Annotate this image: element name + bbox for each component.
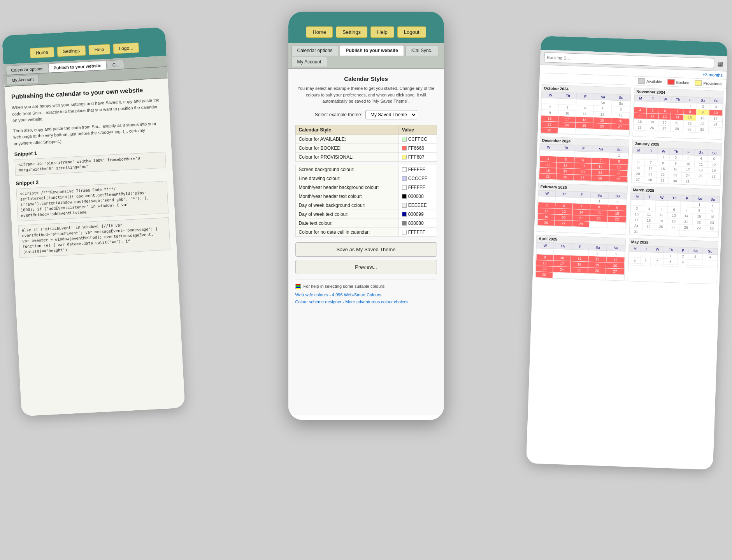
cal-cell[interactable]: 19 bbox=[537, 214, 555, 220]
cal-cell[interactable]: 20 bbox=[574, 169, 592, 175]
cal-cell[interactable] bbox=[571, 250, 589, 256]
cal-cell[interactable] bbox=[641, 264, 651, 266]
cal-cell[interactable]: 19 bbox=[588, 262, 606, 268]
cal-cell[interactable]: 6 bbox=[606, 251, 625, 257]
cal-cell[interactable]: 5 bbox=[655, 206, 668, 212]
cal-cell[interactable]: 24 bbox=[681, 172, 694, 178]
cal-cell[interactable]: 3 bbox=[682, 155, 695, 161]
cal-cell[interactable]: 23 bbox=[669, 172, 682, 178]
cal-cell[interactable]: 9 bbox=[706, 208, 719, 214]
cal-cell[interactable]: 29 bbox=[683, 126, 695, 132]
cal-cell[interactable]: 26 bbox=[646, 125, 658, 131]
cal-cell[interactable]: 30 bbox=[541, 127, 558, 134]
cal-cell[interactable] bbox=[558, 128, 576, 134]
cal-cell[interactable] bbox=[634, 101, 647, 107]
cal-cell[interactable]: Su bbox=[612, 100, 630, 107]
cal-cell[interactable]: 29 bbox=[656, 177, 669, 184]
cal-cell[interactable] bbox=[678, 265, 688, 267]
cal-cell[interactable]: 26 bbox=[593, 123, 611, 130]
cal-cell[interactable]: 3 bbox=[558, 104, 576, 111]
center-tab-ical[interactable]: iCal Sync. bbox=[405, 45, 438, 56]
save-theme-button[interactable]: Save as My Saved Theme bbox=[295, 242, 437, 257]
cal-cell[interactable] bbox=[574, 151, 592, 158]
cal-cell[interactable]: 27 bbox=[658, 125, 671, 131]
cal-cell[interactable]: 6 bbox=[641, 258, 651, 264]
cal-cell[interactable] bbox=[705, 231, 718, 237]
cal-cell[interactable] bbox=[693, 178, 707, 185]
left-help-btn[interactable]: Help bbox=[88, 44, 110, 55]
cal-cell[interactable] bbox=[559, 98, 577, 105]
cal-cell[interactable] bbox=[573, 198, 590, 204]
cal-cell[interactable]: 9 bbox=[678, 259, 688, 265]
cal-cell[interactable]: 16 bbox=[696, 115, 709, 121]
table-value[interactable]: 000099 bbox=[398, 210, 437, 219]
cal-cell[interactable]: 15 bbox=[657, 166, 669, 172]
cal-cell[interactable]: 12 bbox=[588, 256, 606, 262]
cal-cell[interactable]: 1 bbox=[664, 253, 678, 259]
cal-cell[interactable] bbox=[702, 266, 717, 268]
cal-cell[interactable]: 23 bbox=[536, 266, 553, 272]
cal-cell[interactable] bbox=[593, 129, 611, 135]
cal-cell[interactable] bbox=[645, 154, 657, 160]
cal-cell[interactable] bbox=[667, 230, 679, 236]
cal-cell[interactable]: 27 bbox=[611, 124, 629, 130]
cal-cell[interactable]: 27 bbox=[667, 224, 680, 230]
cal-cell[interactable]: 30 bbox=[705, 225, 718, 231]
cal-cell[interactable] bbox=[540, 150, 557, 157]
cal-cell[interactable]: 7 bbox=[644, 159, 657, 166]
cal-cell[interactable] bbox=[588, 273, 606, 280]
cal-cell[interactable]: 19 bbox=[593, 117, 611, 124]
cal-cell[interactable] bbox=[542, 98, 559, 105]
cal-cell[interactable]: 30 bbox=[669, 178, 681, 184]
cal-cell[interactable]: 4 bbox=[576, 105, 594, 112]
cal-cell[interactable]: 27 bbox=[574, 175, 591, 181]
cal-cell[interactable]: 12 bbox=[655, 212, 667, 218]
cal-cell[interactable]: 4 bbox=[702, 254, 717, 260]
cal-cell[interactable]: 6 bbox=[611, 106, 630, 113]
center-home-btn[interactable]: Home bbox=[306, 26, 333, 38]
cal-cell[interactable]: 3 bbox=[688, 254, 703, 260]
cal-cell[interactable] bbox=[663, 264, 678, 267]
cal-cell[interactable]: 8 bbox=[657, 160, 669, 166]
cal-cell[interactable]: 20 bbox=[606, 262, 624, 269]
cal-cell[interactable] bbox=[655, 200, 668, 206]
cal-cell[interactable]: 14 bbox=[680, 213, 693, 219]
cal-cell[interactable]: 22 bbox=[683, 120, 696, 126]
cal-cell[interactable]: 14 bbox=[572, 209, 590, 216]
table-value[interactable]: EEEEEE bbox=[398, 201, 437, 210]
cal-cell[interactable]: 18 bbox=[634, 119, 646, 125]
table-value[interactable]: 000000 bbox=[398, 192, 437, 201]
cal-cell[interactable]: 7 bbox=[592, 158, 610, 164]
cal-cell[interactable] bbox=[659, 102, 671, 108]
cal-cell[interactable]: 16 bbox=[706, 214, 719, 220]
cal-cell[interactable]: 12 bbox=[593, 111, 611, 118]
cal-cell[interactable]: 19 bbox=[655, 218, 667, 224]
cal-cell[interactable]: 28 bbox=[591, 175, 609, 182]
cal-cell[interactable]: 10 bbox=[682, 161, 694, 167]
cal-cell[interactable]: 11 bbox=[642, 212, 655, 218]
cal-cell[interactable]: 11 bbox=[694, 161, 707, 167]
cal-cell[interactable]: 3 bbox=[630, 205, 643, 212]
cal-cell[interactable]: 15 bbox=[683, 114, 696, 121]
cal-cell[interactable]: 5 bbox=[538, 202, 555, 208]
cal-cell[interactable]: 16 bbox=[541, 116, 558, 122]
cal-cell[interactable]: 24 bbox=[558, 122, 576, 128]
cal-cell[interactable]: 9 bbox=[541, 110, 559, 116]
cal-cell[interactable]: 22 bbox=[609, 170, 628, 177]
cal-cell[interactable]: 15 bbox=[609, 164, 628, 171]
cal-cell[interactable]: 27 bbox=[555, 220, 572, 227]
cal-cell[interactable]: 13 bbox=[555, 208, 573, 215]
cal-cell[interactable]: 9 bbox=[669, 160, 682, 166]
cal-cell[interactable]: 7 bbox=[680, 207, 693, 213]
cal-cell[interactable] bbox=[646, 102, 659, 108]
cal-cell[interactable]: 22 bbox=[657, 172, 669, 178]
cal-cell[interactable] bbox=[553, 249, 571, 256]
cal-cell[interactable]: 8 bbox=[684, 108, 696, 115]
cal-cell[interactable]: 7 bbox=[573, 203, 590, 210]
cal-cell[interactable]: 10 bbox=[630, 211, 643, 217]
cal-cell[interactable]: 21 bbox=[591, 169, 609, 176]
table-value[interactable]: 808080 bbox=[398, 219, 437, 228]
cal-cell[interactable]: 20 bbox=[658, 119, 671, 126]
cal-cell[interactable]: 25 bbox=[571, 267, 588, 273]
cal-cell[interactable]: 11 bbox=[539, 162, 557, 168]
